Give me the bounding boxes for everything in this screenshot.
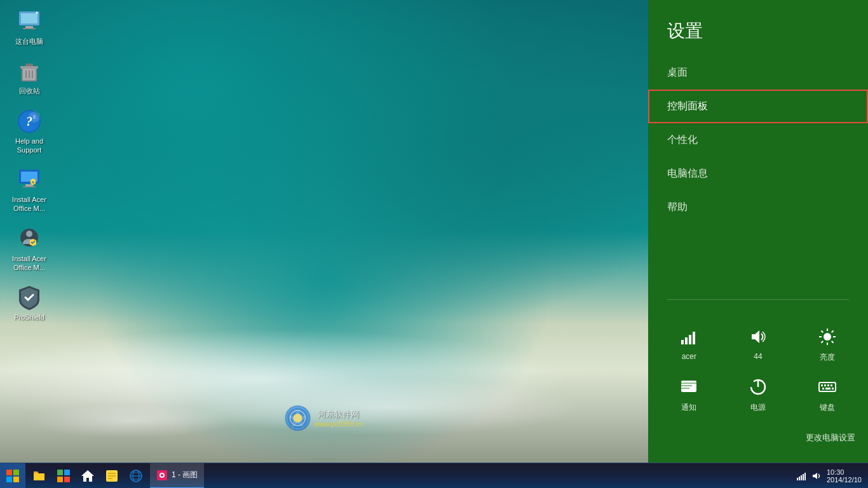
control-power[interactable]: 电源 (730, 376, 787, 413)
svg-rect-3 (23, 28, 36, 29)
settings-bottom: acer 44 (648, 313, 868, 463)
install-acer-1-label: Install Acer Office M... (12, 195, 46, 214)
taskbar-icon-store[interactable] (52, 464, 75, 487)
install-acer-2-label: Install Acer Office M... (12, 254, 46, 273)
svg-rect-17 (25, 184, 33, 186)
proshield-label: ProShield (14, 313, 44, 322)
this-pc-icon (17, 9, 42, 34)
watermark-url: www.pc0359.cn (314, 420, 363, 428)
settings-item-desktop[interactable]: 桌面 (648, 56, 868, 90)
svg-rect-7 (20, 66, 38, 69)
keyboard-icon (816, 376, 839, 398)
desktop-icon-proshield[interactable]: ProShield (6, 282, 52, 324)
recycle-bin-icon (17, 58, 42, 84)
svg-rect-69 (799, 477, 800, 480)
start-button[interactable] (0, 463, 25, 489)
svg-rect-28 (693, 332, 695, 344)
taskbar: 1 - 画图 10:30 2014/12/10 (0, 463, 868, 488)
control-keyboard[interactable]: 键盘 (799, 376, 855, 413)
svg-rect-71 (803, 474, 804, 480)
svg-rect-72 (804, 473, 806, 480)
settings-divider (667, 299, 849, 300)
control-notification[interactable]: 通知 (661, 376, 717, 413)
settings-item-help[interactable]: 帮助 (648, 191, 868, 224)
settings-controls: acer 44 (661, 325, 855, 413)
tray-network-icon (796, 471, 806, 481)
control-volume-label: 44 (754, 352, 762, 361)
watermark-site: 河东软件网 (314, 409, 363, 420)
settings-item-pc-info[interactable]: 电脑信息 (648, 157, 868, 191)
recycle-bin-label: 回收站 (19, 86, 40, 95)
taskbar-icon-ie[interactable] (125, 464, 147, 487)
desktop-icon-install-acer-1[interactable]: A Install Acer Office M... (6, 165, 52, 216)
control-network-label: acer (682, 352, 696, 361)
svg-line-34 (821, 330, 823, 332)
svg-rect-8 (25, 64, 33, 66)
signal-icon (677, 325, 700, 348)
settings-item-personalize[interactable]: 个性化 (648, 123, 868, 157)
desktop-icon-this-pc[interactable]: 这台电脑 (6, 6, 52, 48)
taskbar-icon-sticky[interactable] (100, 464, 123, 487)
svg-rect-54 (57, 477, 63, 482)
svg-rect-27 (689, 335, 691, 344)
install-acer-2-icon (17, 226, 42, 252)
settings-menu: 桌面 控制面板 个性化 电脑信息 帮助 (648, 56, 868, 287)
desktop-icon-install-acer-2[interactable]: Install Acer Office M... (6, 224, 52, 275)
watermark: 河东软件网 www.pc0359.cn (285, 405, 363, 431)
watermark-logo-icon (285, 405, 310, 431)
svg-rect-26 (685, 337, 688, 344)
settings-item-control-panel[interactable]: 控制面板 (648, 90, 868, 123)
svg-rect-48 (831, 384, 832, 386)
svg-rect-47 (827, 384, 829, 386)
system-clock[interactable]: 10:30 2014/12/10 (827, 468, 862, 484)
svg-rect-2 (25, 26, 33, 28)
svg-line-35 (831, 341, 833, 343)
svg-rect-52 (57, 470, 63, 475)
control-brightness-label: 亮度 (820, 352, 835, 363)
install-acer-1-icon: A (17, 167, 42, 193)
svg-point-29 (824, 333, 831, 341)
svg-rect-44 (819, 383, 836, 391)
settings-title: 设置 (648, 0, 868, 56)
svg-rect-25 (681, 340, 684, 344)
control-power-label: 电源 (750, 402, 766, 413)
desktop-icon-help-support[interactable]: ? Help and Support (6, 106, 52, 158)
clock-date: 2014/12/10 (827, 476, 862, 484)
control-volume[interactable]: 44 (730, 325, 787, 363)
svg-rect-49 (822, 388, 824, 390)
proshield-icon (17, 285, 42, 310)
svg-rect-68 (797, 478, 798, 480)
control-brightness[interactable]: 亮度 (799, 325, 855, 363)
help-support-label: Help and Support (15, 137, 43, 155)
this-pc-label: 这台电脑 (15, 37, 43, 46)
windows-logo-icon (6, 470, 19, 482)
svg-rect-38 (681, 381, 696, 392)
taskbar-icon-home[interactable] (76, 464, 99, 487)
power-icon (747, 376, 770, 398)
help-support-icon: ? (17, 109, 42, 134)
more-settings-link[interactable]: 更改电脑设置 (661, 426, 855, 444)
svg-point-67 (161, 474, 163, 477)
desktop-icon-recycle-bin[interactable]: 回收站 (6, 56, 52, 98)
taskbar-active-paint[interactable]: 1 - 画图 (150, 463, 204, 489)
watermark-text-block: 河东软件网 www.pc0359.cn (314, 409, 363, 428)
brightness-icon (816, 325, 839, 348)
svg-line-37 (821, 341, 823, 343)
clock-time: 10:30 (827, 468, 862, 476)
svg-line-36 (831, 330, 833, 332)
svg-rect-50 (825, 388, 831, 390)
taskbar-pinned-icons (25, 464, 150, 487)
desktop: 这台电脑 回收站 (0, 0, 648, 463)
control-network[interactable]: acer (661, 325, 717, 363)
control-keyboard-label: 键盘 (820, 402, 835, 413)
settings-panel: 设置 桌面 控制面板 个性化 电脑信息 帮助 acer (648, 0, 868, 463)
desktop-icons: 这台电脑 回收站 (6, 6, 52, 330)
svg-rect-1 (21, 13, 37, 24)
notification-icon (677, 376, 700, 398)
svg-point-4 (36, 12, 38, 14)
svg-rect-45 (821, 384, 823, 386)
system-tray: 10:30 2014/12/10 (790, 468, 868, 484)
taskbar-icon-folder[interactable] (28, 464, 51, 487)
volume-icon (747, 325, 770, 348)
taskbar-active-label: 1 - 画图 (172, 470, 198, 480)
